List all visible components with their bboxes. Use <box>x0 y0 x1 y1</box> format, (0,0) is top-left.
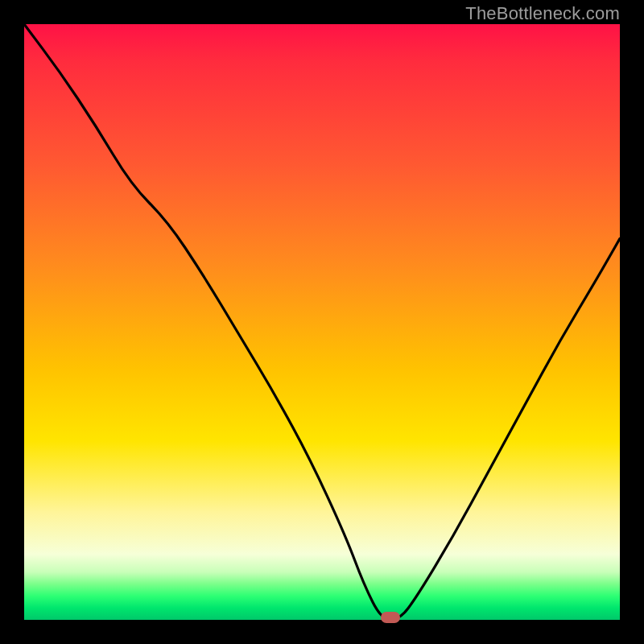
plot-area <box>24 24 620 620</box>
watermark-text: TheBottleneck.com <box>465 3 620 24</box>
bottleneck-curve <box>24 24 620 620</box>
optimal-marker <box>381 612 400 623</box>
chart-frame: TheBottleneck.com <box>0 0 644 644</box>
